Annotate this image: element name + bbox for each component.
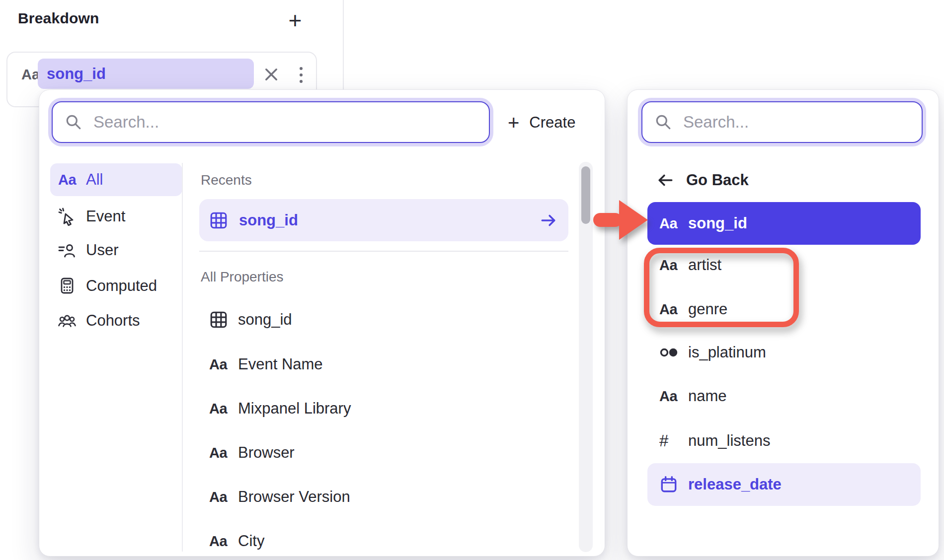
plus-icon: + (508, 113, 519, 133)
annotation-highlight-box (644, 248, 799, 327)
category-computed[interactable]: Computed (50, 270, 182, 302)
property-item-is-platinum[interactable]: is_platinum (659, 337, 918, 368)
property-item-browser[interactable]: Aa Browser (209, 437, 557, 469)
recents-header: Recents (201, 172, 252, 188)
recent-item-song-id[interactable]: song_id (199, 199, 568, 241)
text-type-icon: Aa (659, 215, 681, 232)
property-item-num-listens[interactable]: # num_listens (659, 425, 918, 457)
category-event[interactable]: Event (50, 200, 182, 233)
calculator-icon (57, 277, 77, 295)
section-divider (199, 251, 568, 252)
category-cohorts[interactable]: Cohorts (50, 304, 182, 337)
text-type-icon: Aa (209, 489, 231, 505)
screen: Breakdown + Aa song_id + Create (0, 0, 944, 560)
arrow-left-icon (656, 171, 674, 189)
grid-table-icon (209, 310, 231, 329)
all-properties-header: All Properties (201, 269, 284, 285)
property-item-browser-version[interactable]: Aa Browser Version (209, 481, 557, 513)
arrow-right-icon[interactable] (540, 211, 557, 229)
plus-icon: + (289, 7, 302, 34)
breakdown-chip-song-id[interactable]: song_id (38, 59, 254, 89)
search-input[interactable] (682, 112, 910, 132)
text-type-icon: Aa (57, 172, 77, 188)
remove-breakdown-button[interactable] (263, 66, 280, 83)
people-group-icon (57, 311, 77, 330)
annotation-arrow (593, 199, 650, 241)
property-item-release-date[interactable]: release_date (647, 463, 921, 506)
number-icon: # (659, 431, 681, 450)
grid-table-icon (209, 211, 231, 230)
property-item-city[interactable]: Aa City (209, 525, 557, 557)
search-box (52, 101, 490, 143)
property-item-song-id[interactable]: song_id (209, 304, 557, 336)
search-icon (654, 113, 672, 131)
selected-property-song-id[interactable]: Aa song_id (647, 202, 921, 245)
close-icon (263, 66, 280, 83)
property-picker-panel: + Create Aa All Event (39, 89, 605, 557)
property-item-mixpanel-library[interactable]: Aa Mixpanel Library (209, 393, 557, 424)
calendar-icon (659, 475, 681, 494)
category-all[interactable]: Aa All (50, 163, 182, 196)
text-type-icon: Aa (209, 356, 231, 373)
scrollbar-thumb[interactable] (581, 166, 590, 224)
text-type-icon: Aa (209, 445, 231, 461)
search-icon (65, 113, 82, 131)
create-property-button[interactable]: + Create (508, 113, 575, 133)
list-divider (182, 163, 183, 552)
add-breakdown-button[interactable]: + (281, 5, 309, 36)
text-type-icon: Aa (209, 533, 231, 550)
user-list-icon (57, 241, 77, 260)
text-type-icon: Aa (659, 388, 681, 405)
event-cursor-icon (57, 207, 77, 226)
go-back-button[interactable]: Go Back (656, 171, 749, 189)
search-box (641, 101, 923, 143)
property-item-name[interactable]: Aa name (659, 380, 918, 412)
boolean-icon (659, 344, 681, 361)
property-item-event-name[interactable]: Aa Event Name (209, 349, 557, 380)
text-type-icon: Aa (21, 67, 40, 83)
category-user[interactable]: User (50, 234, 182, 267)
chip-label: song_id (47, 65, 106, 83)
breakdown-options-menu[interactable] (294, 64, 309, 86)
breakdown-section-title: Breakdown (18, 10, 99, 27)
text-type-icon: Aa (209, 401, 231, 417)
search-input[interactable] (92, 112, 477, 132)
